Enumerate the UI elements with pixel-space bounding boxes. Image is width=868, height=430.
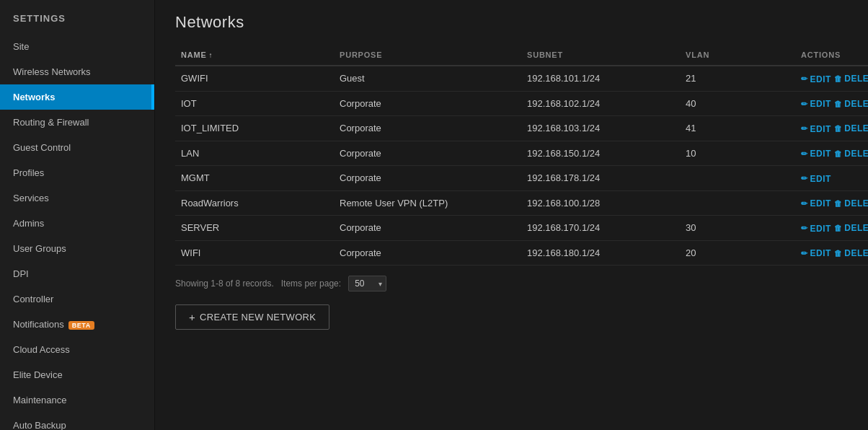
sidebar-item-wireless-networks[interactable]: Wireless Networks: [0, 59, 154, 84]
trash-icon: 🗑: [834, 149, 843, 158]
cell-purpose: Corporate: [334, 216, 521, 241]
sidebar-item-cloud-access[interactable]: Cloud Access: [0, 337, 154, 362]
table-row: LANCorporate192.168.150.1/2410✏EDIT🗑DELE…: [175, 141, 868, 166]
table-header: NAME↑PURPOSESUBNETVLANACTIONS: [175, 46, 868, 66]
create-network-button[interactable]: + CREATE NEW NETWORK: [175, 304, 329, 330]
cell-actions: ✏EDIT🗑DELETE: [795, 141, 868, 166]
cell-name: IOT_LIMITED: [175, 116, 334, 141]
edit-button[interactable]: ✏EDIT: [801, 124, 831, 134]
cell-purpose: Corporate: [334, 166, 521, 191]
per-page-select-wrapper: 102550100: [348, 276, 386, 291]
sidebar-item-label: Profiles: [13, 167, 44, 178]
cell-purpose: Corporate: [334, 141, 521, 166]
col-label-actions: ACTIONS: [801, 51, 841, 59]
table-col-actions: ACTIONS: [795, 46, 868, 66]
cell-subnet: 192.168.170.1/24: [521, 216, 680, 241]
sidebar-item-routing-firewall[interactable]: Routing & Firewall: [0, 110, 154, 135]
sidebar-item-label: DPI: [13, 268, 29, 279]
table-row: MGMTCorporate192.168.178.1/24✏EDIT: [175, 166, 868, 191]
cell-purpose: Corporate: [334, 91, 521, 116]
trash-icon: 🗑: [834, 199, 843, 208]
sidebar-item-user-groups[interactable]: User Groups: [0, 236, 154, 261]
cell-vlan: [680, 190, 795, 216]
sidebar-item-dpi[interactable]: DPI: [0, 261, 154, 286]
sidebar-item-label: Routing & Firewall: [13, 117, 89, 128]
sidebar-item-site[interactable]: Site: [0, 34, 154, 59]
cell-subnet: 192.168.180.1/24: [521, 240, 680, 266]
cell-subnet: 192.168.103.1/24: [521, 116, 680, 141]
cell-actions: ✏EDIT🗑DELETE: [795, 116, 868, 141]
cell-vlan: 21: [680, 66, 795, 91]
sidebar-item-maintenance[interactable]: Maintenance: [0, 387, 154, 413]
cell-actions: ✏EDIT🗑DELETE: [795, 91, 868, 116]
cell-name: SERVER: [175, 216, 334, 241]
cell-purpose: Corporate: [334, 116, 521, 141]
sidebar-item-services[interactable]: Services: [0, 185, 154, 211]
delete-button[interactable]: 🗑DELETE: [834, 99, 868, 109]
edit-label: EDIT: [810, 149, 831, 159]
delete-label: DELETE: [844, 248, 868, 258]
edit-icon: ✏: [801, 174, 808, 183]
edit-button[interactable]: ✏EDIT: [801, 99, 831, 109]
sidebar-item-elite-device[interactable]: Elite Device: [0, 362, 154, 387]
trash-icon: 🗑: [834, 74, 843, 83]
sidebar-item-label: Services: [13, 193, 49, 203]
edit-icon: ✏: [801, 199, 808, 209]
cell-vlan: 20: [680, 240, 795, 266]
cell-vlan: [680, 166, 795, 191]
edit-label: EDIT: [810, 99, 831, 109]
sidebar-item-admins[interactable]: Admins: [0, 211, 154, 236]
sidebar-item-guest-control[interactable]: Guest Control: [0, 135, 154, 160]
table-col-subnet: SUBNET: [521, 46, 680, 66]
trash-icon: 🗑: [834, 124, 843, 133]
edit-button[interactable]: ✏EDIT: [801, 149, 831, 159]
sidebar-item-label: Notifications: [13, 319, 64, 330]
edit-button[interactable]: ✏EDIT: [801, 198, 831, 209]
table-row: GWIFIGuest192.168.101.1/2421✏EDIT🗑DELETE: [175, 66, 868, 91]
edit-label: EDIT: [810, 198, 831, 209]
table-col-name[interactable]: NAME↑: [175, 46, 334, 66]
cell-name: GWIFI: [175, 66, 334, 91]
edit-button[interactable]: ✏EDIT: [801, 174, 831, 184]
delete-button[interactable]: 🗑DELETE: [834, 74, 868, 84]
per-page-select[interactable]: 102550100: [348, 276, 386, 291]
table-col-purpose: PURPOSE: [334, 46, 521, 66]
delete-button[interactable]: 🗑DELETE: [834, 149, 868, 159]
page-title: Networks: [175, 13, 848, 32]
cell-purpose: Corporate: [334, 240, 521, 266]
delete-button[interactable]: 🗑DELETE: [834, 248, 868, 258]
sidebar-item-label: Auto Backup: [13, 420, 66, 430]
edit-button[interactable]: ✏EDIT: [801, 248, 831, 258]
cell-name: MGMT: [175, 166, 334, 191]
edit-label: EDIT: [810, 174, 831, 184]
cell-vlan: 40: [680, 91, 795, 116]
sidebar-item-profiles[interactable]: Profiles: [0, 160, 154, 185]
sidebar-nav: SiteWireless NetworksNetworksRouting & F…: [0, 34, 154, 430]
delete-label: DELETE: [844, 99, 868, 109]
sidebar-item-controller[interactable]: Controller: [0, 286, 154, 312]
table-row: IOTCorporate192.168.102.1/2440✏EDIT🗑DELE…: [175, 91, 868, 116]
cell-actions: ✏EDIT🗑DELETE: [795, 240, 868, 266]
delete-button[interactable]: 🗑DELETE: [834, 223, 868, 233]
edit-button[interactable]: ✏EDIT: [801, 224, 831, 234]
col-label-name: NAME: [181, 51, 207, 59]
cell-name: LAN: [175, 141, 334, 166]
delete-button[interactable]: 🗑DELETE: [834, 123, 868, 133]
cell-vlan: 41: [680, 116, 795, 141]
sidebar-item-auto-backup[interactable]: Auto Backup: [0, 413, 154, 430]
trash-icon: 🗑: [834, 249, 843, 258]
edit-button[interactable]: ✏EDIT: [801, 74, 831, 84]
cell-vlan: 10: [680, 141, 795, 166]
delete-label: DELETE: [844, 198, 868, 209]
cell-subnet: 192.168.100.1/28: [521, 190, 680, 216]
cell-subnet: 192.168.178.1/24: [521, 166, 680, 191]
cell-name: RoadWarriors: [175, 190, 334, 216]
table-col-vlan: VLAN: [680, 46, 795, 66]
main-content: Networks NAME↑PURPOSESUBNETVLANACTIONS G…: [155, 0, 868, 430]
sidebar-item-notifications[interactable]: NotificationsBETA: [0, 312, 154, 337]
delete-label: DELETE: [844, 149, 868, 159]
delete-button[interactable]: 🗑DELETE: [834, 198, 868, 209]
sidebar-item-label: Controller: [13, 294, 53, 304]
sidebar-item-networks[interactable]: Networks: [0, 84, 154, 110]
sidebar-item-label: User Groups: [13, 243, 66, 254]
